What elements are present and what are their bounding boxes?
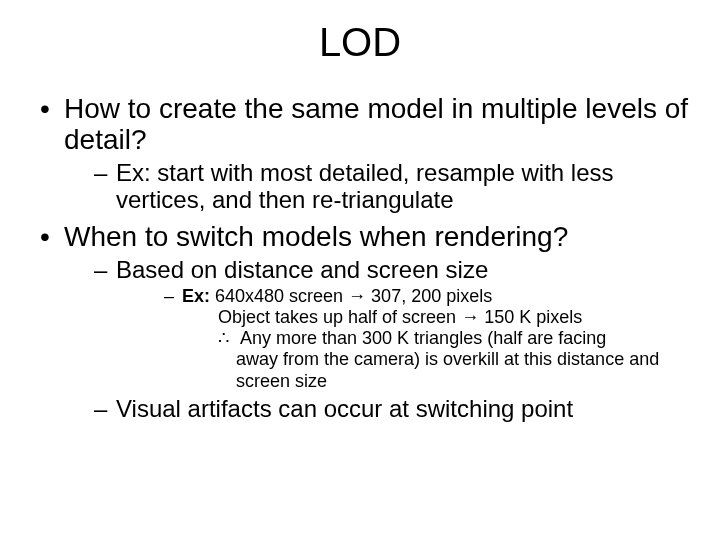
bullet-2-sub-1-ex: Ex: 640x480 screen → 307, 200 pixels Obj… [164, 286, 692, 392]
bullet-2-sub-1-ex-line2: Object takes up half of screen → 150 K p… [182, 307, 692, 328]
therefore-symbol: ∴ [218, 328, 236, 349]
bullet-2: When to switch models when rendering? Ba… [36, 221, 692, 422]
bullet-2-sub-2: Visual artifacts can occur at switching … [94, 396, 692, 423]
bullet-2-sub-1-ex-label: Ex: [182, 286, 210, 306]
bullet-2-text: When to switch models when rendering? [64, 221, 568, 252]
bullet-1: How to create the same model in multiple… [36, 93, 692, 213]
bullet-list-level1: How to create the same model in multiple… [0, 93, 720, 423]
bullet-2-sub-1-ex-line3: ∴ Any more than 300 K triangles (half ar… [182, 328, 692, 392]
bullet-2-sub-1-text: Based on distance and screen size [116, 256, 488, 283]
bullet-2-sub-1-sublist: Ex: 640x480 screen → 307, 200 pixels Obj… [116, 286, 692, 392]
slide-title: LOD [0, 20, 720, 65]
bullet-1-sublist: Ex: start with most detailed, resample w… [64, 160, 692, 214]
bullet-1-sub-1-text: Ex: start with most detailed, resample w… [116, 159, 614, 213]
bullet-2-sub-1: Based on distance and screen size Ex: 64… [94, 257, 692, 392]
bullet-2-sub-1-ex-line3a: Any more than 300 K triangles (half are … [236, 328, 606, 348]
bullet-1-sub-1: Ex: start with most detailed, resample w… [94, 160, 692, 214]
bullet-2-sublist: Based on distance and screen size Ex: 64… [64, 257, 692, 423]
bullet-2-sub-1-ex-line1: 640x480 screen → 307, 200 pixels [210, 286, 492, 306]
slide: LOD How to create the same model in mult… [0, 20, 720, 540]
bullet-2-sub-2-text: Visual artifacts can occur at switching … [116, 395, 573, 422]
bullet-1-text: How to create the same model in multiple… [64, 93, 688, 155]
bullet-2-sub-1-ex-line3b: away from the camera) is overkill at thi… [218, 349, 692, 391]
